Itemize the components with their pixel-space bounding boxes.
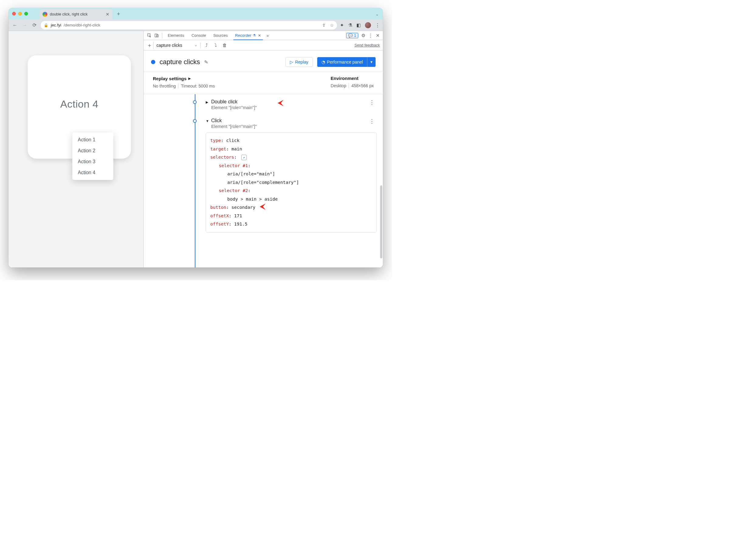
settings-icon[interactable]: ⚙ <box>361 33 365 38</box>
context-menu-item[interactable]: Action 3 <box>72 156 113 167</box>
more-tabs-button[interactable]: » <box>265 33 271 38</box>
page-viewport: Action 4 Action 1 Action 2 Action 3 Acti… <box>9 31 144 268</box>
new-recording-button[interactable]: ＋ <box>147 42 154 49</box>
url-path: /demo/dbl-right-click <box>64 23 101 27</box>
step-row[interactable]: Double click Element "[role="main"]" ⋮ <box>150 99 377 110</box>
send-feedback-link[interactable]: Send feedback <box>355 43 380 47</box>
forward-button[interactable]: → <box>21 23 28 28</box>
recording-status-dot <box>151 60 155 64</box>
step-title: Click <box>211 118 257 123</box>
context-menu: Action 1 Action 2 Action 3 Action 4 <box>72 133 113 180</box>
devtools-tabbar: Elements Console Sources Recorder ⚗ ✕ » … <box>144 31 383 40</box>
scrollbar-thumb[interactable] <box>380 186 382 259</box>
replay-button[interactable]: ▷ Replay <box>285 57 313 67</box>
inspect-element-icon[interactable] <box>146 32 153 39</box>
collapse-caret-icon[interactable] <box>206 119 209 123</box>
device-toolbar-icon[interactable] <box>153 32 160 39</box>
performance-panel-dropdown[interactable]: ▼ <box>367 57 376 67</box>
step-title: Double click <box>211 99 257 105</box>
profile-avatar[interactable] <box>365 22 371 28</box>
context-menu-item[interactable]: Action 2 <box>72 145 113 156</box>
browser-toolbar: ← → ⟳ 🔒 jec.fyi/demo/dbl-right-click ⇪ ☆… <box>9 19 383 31</box>
environment-label: Environment <box>331 76 374 81</box>
recording-header: capture clicks ✎ ▷ Replay ◔ Performance … <box>144 50 383 71</box>
tabs-overflow-button[interactable]: ⌄ <box>376 12 379 16</box>
expand-caret-icon[interactable] <box>206 100 209 104</box>
tab-close-icon[interactable]: ✕ <box>258 33 261 38</box>
url-domain: jec.fyi <box>51 23 61 27</box>
window-controls <box>12 12 28 16</box>
edit-name-icon[interactable]: ✎ <box>204 59 208 65</box>
timeout-value: Timeout: 5000 ms <box>181 84 215 88</box>
issues-chip[interactable]: 💬 1 <box>346 33 358 38</box>
svg-rect-2 <box>157 35 158 37</box>
reload-button[interactable]: ⟳ <box>31 22 38 28</box>
svg-rect-1 <box>155 34 157 37</box>
back-button[interactable]: ← <box>12 23 18 28</box>
env-device: Desktop <box>331 83 346 88</box>
step-menu-button[interactable]: ⋮ <box>369 99 377 106</box>
devtools-close-icon[interactable]: ✕ <box>376 33 380 38</box>
demo-card-title: Action 4 <box>60 98 98 110</box>
lock-icon: 🔒 <box>44 23 48 27</box>
share-icon[interactable]: ⇪ <box>322 23 326 28</box>
selector-picker-icon[interactable]: ⬈ <box>241 155 247 160</box>
browser-tab[interactable]: double click, right click ✕ <box>40 9 113 19</box>
performance-panel-button[interactable]: ◔ Performance panel <box>317 57 367 67</box>
chevron-right-icon: ▸ <box>189 76 191 81</box>
close-window-button[interactable] <box>12 12 16 16</box>
recording-selector[interactable]: capture clicks ⌄ <box>157 43 197 48</box>
chat-icon: 💬 <box>348 33 353 38</box>
step-menu-button[interactable]: ⋮ <box>369 118 377 125</box>
context-menu-item[interactable]: Action 4 <box>72 167 113 178</box>
side-panel-icon[interactable]: ◧ <box>356 23 361 28</box>
recorder-toolbar: ＋ capture clicks ⌄ ⤴ ⤵ 🗑 Send feedback <box>144 40 383 50</box>
tab-recorder[interactable]: Recorder ⚗ ✕ <box>231 31 265 40</box>
delete-icon[interactable]: 🗑 <box>222 43 228 48</box>
step-row[interactable]: Click Element "[role="main"]" ⋮ type: cl… <box>150 118 377 233</box>
extensions-icon[interactable]: ✦ <box>340 23 344 28</box>
throttling-value: No throttling <box>153 84 176 88</box>
import-icon[interactable]: ⤵ <box>213 43 219 48</box>
tab-title: double click, right click <box>50 12 88 16</box>
tab-elements[interactable]: Elements <box>164 31 188 40</box>
chevron-down-icon: ⌄ <box>194 43 197 47</box>
context-menu-item[interactable]: Action 1 <box>72 134 113 145</box>
devtools-menu-icon[interactable]: ⋮ <box>368 33 373 38</box>
recording-name: capture clicks <box>160 58 200 66</box>
favicon-icon <box>43 12 47 17</box>
new-tab-button[interactable]: + <box>114 10 123 18</box>
annotation-arrow <box>259 202 273 211</box>
gauge-icon: ◔ <box>321 60 325 64</box>
step-details-box: type: click target: main selectors: ⬈ se… <box>206 133 377 233</box>
tab-console[interactable]: Console <box>188 31 210 40</box>
recording-settings: Replay settings ▸ No throttling Timeout:… <box>144 71 383 94</box>
flask-icon: ⚗ <box>253 33 256 37</box>
env-viewport: 458×566 px <box>351 83 374 88</box>
step-marker <box>193 100 196 104</box>
tab-sources[interactable]: Sources <box>210 31 231 40</box>
step-subtitle: Element "[role="main"]" <box>211 105 257 110</box>
tab-close-button[interactable]: ✕ <box>106 12 109 17</box>
export-icon[interactable]: ⤴ <box>203 43 210 48</box>
replay-settings-toggle[interactable]: Replay settings ▸ <box>153 76 215 81</box>
bookmark-icon[interactable]: ☆ <box>330 23 334 28</box>
step-marker <box>193 119 196 123</box>
minimize-window-button[interactable] <box>18 12 22 16</box>
browser-menu-button[interactable]: ⋮ <box>375 23 380 28</box>
play-icon: ▷ <box>290 60 293 64</box>
step-subtitle: Element "[role="main"]" <box>211 124 257 129</box>
recording-steps: Double click Element "[role="main"]" ⋮ <box>144 94 383 268</box>
labs-icon[interactable]: ⚗ <box>348 23 352 28</box>
maximize-window-button[interactable] <box>24 12 28 16</box>
devtools-panel: Elements Console Sources Recorder ⚗ ✕ » … <box>144 31 383 268</box>
address-bar[interactable]: 🔒 jec.fyi/demo/dbl-right-click ⇪ ☆ <box>41 21 337 29</box>
browser-tabbar: double click, right click ✕ + ⌄ <box>9 8 383 19</box>
